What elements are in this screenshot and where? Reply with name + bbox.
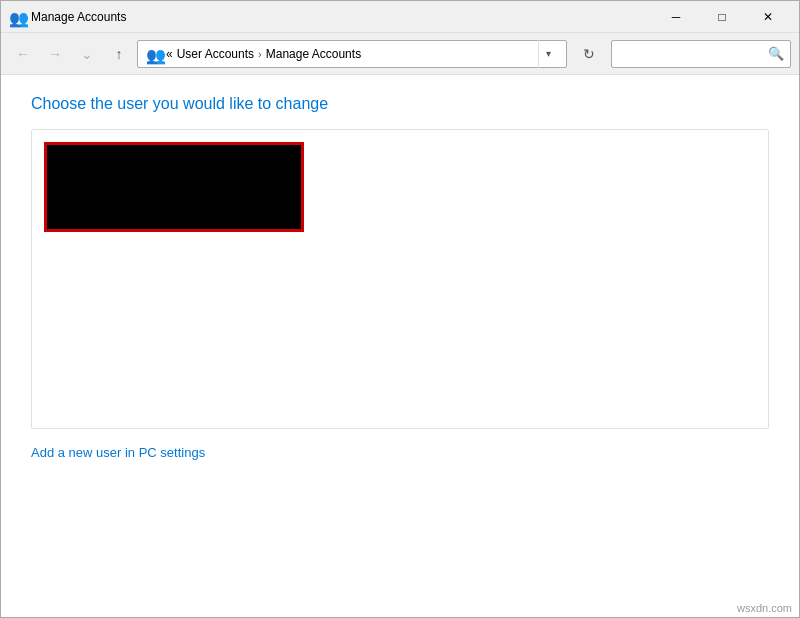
navigation-bar: ← → ⌄ ↑ 👥 « User Accounts › Manage Accou… [1,33,799,75]
refresh-icon: ↻ [583,46,595,62]
maximize-button[interactable]: □ [699,1,745,33]
address-bar[interactable]: 👥 « User Accounts › Manage Accounts ▾ [137,40,567,68]
forward-arrow-icon: → [48,46,62,62]
breadcrumb-path1: User Accounts [177,47,254,61]
watermark: wsxdn.com [737,602,792,614]
breadcrumb: « User Accounts › Manage Accounts [166,47,534,61]
forward-button[interactable]: → [41,40,69,68]
address-icon: 👥 [146,46,162,62]
address-dropdown-icon: ▾ [546,48,551,59]
breadcrumb-path2: Manage Accounts [266,47,361,61]
breadcrumb-separator: › [258,48,262,60]
window-icon: 👥 [9,9,25,25]
search-input[interactable] [618,47,768,61]
dropdown-arrow-icon: ⌄ [81,46,93,62]
back-button[interactable]: ← [9,40,37,68]
close-button[interactable]: ✕ [745,1,791,33]
window-title: Manage Accounts [31,10,126,24]
title-bar-left: 👥 Manage Accounts [9,9,126,25]
minimize-button[interactable]: ─ [653,1,699,33]
breadcrumb-chevrons: « [166,47,173,61]
content-area: Choose the user you would like to change… [1,75,799,617]
up-button[interactable]: ↑ [105,40,133,68]
up-arrow-icon: ↑ [116,46,123,62]
user-tile[interactable] [44,142,304,232]
search-box[interactable]: 🔍 [611,40,791,68]
title-bar: 👥 Manage Accounts ─ □ ✕ [1,1,799,33]
accounts-container [31,129,769,429]
add-new-user-link[interactable]: Add a new user in PC settings [31,445,205,460]
title-bar-controls: ─ □ ✕ [653,1,791,33]
page-title: Choose the user you would like to change [31,95,769,113]
address-dropdown-button[interactable]: ▾ [538,40,558,68]
back-arrow-icon: ← [16,46,30,62]
dropdown-recent-button[interactable]: ⌄ [73,40,101,68]
main-window: 👥 Manage Accounts ─ □ ✕ ← → ⌄ ↑ 👥 « User… [0,0,800,618]
refresh-button[interactable]: ↻ [575,40,603,68]
search-icon[interactable]: 🔍 [768,46,784,61]
